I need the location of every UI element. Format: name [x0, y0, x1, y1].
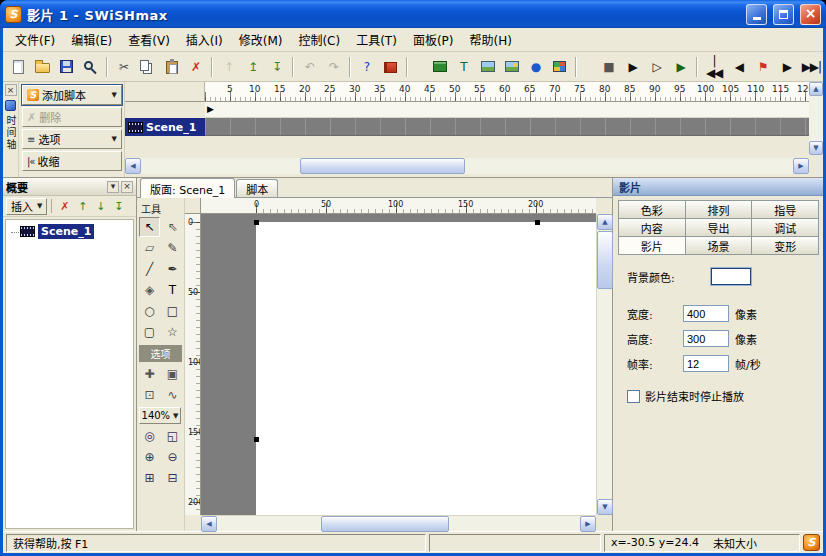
panel-tab-0[interactable]: 色彩 — [618, 200, 686, 219]
movie-framerate-input[interactable] — [683, 355, 729, 372]
movie-panel-header[interactable]: 影片 — [613, 178, 823, 196]
insert-image-button[interactable] — [476, 55, 499, 78]
zoom-100-button[interactable]: ◎ — [139, 426, 160, 446]
canvas-vertical-scrollbar[interactable]: ▲ ▼ — [596, 214, 612, 515]
menu-item-8[interactable]: 帮助(H) — [462, 28, 520, 51]
panel-tab-1[interactable]: 排列 — [685, 200, 753, 219]
move-to-bottom-button[interactable]: ↧ — [265, 55, 288, 78]
canvas-horizontal-scrollbar[interactable]: ◀ ▶ — [201, 515, 596, 531]
stage-viewport[interactable] — [201, 214, 596, 515]
play-movie-button[interactable]: ▶ — [669, 55, 692, 78]
show-grid-button[interactable]: ⊞ — [139, 468, 160, 488]
text-tool-button[interactable]: T — [162, 280, 183, 300]
insert-text-button[interactable]: T — [452, 55, 475, 78]
pan-option-button[interactable]: ✚ — [139, 364, 160, 384]
timeline-scene-track[interactable] — [205, 118, 809, 136]
menu-item-0[interactable]: 文件(F) — [7, 28, 63, 51]
reshape-tool-button[interactable]: ⇖ — [162, 217, 183, 237]
panel-tab-3[interactable]: 内容 — [618, 218, 686, 237]
select-tool-button[interactable]: ↖ — [139, 217, 160, 237]
outline-move-up-button[interactable]: ↑ — [74, 198, 91, 215]
ellipse-tool-button[interactable]: ○ — [139, 301, 160, 321]
tab-script[interactable]: 脚本 — [236, 179, 278, 197]
menu-item-1[interactable]: 编辑(E) — [63, 28, 120, 51]
go-first-frame-button[interactable]: |◀◀ — [702, 55, 726, 78]
scroll-down-button[interactable]: ▼ — [809, 141, 823, 155]
menu-item-4[interactable]: 修改(M) — [231, 28, 291, 51]
rounded-rect-tool-button[interactable]: ▢ — [139, 322, 160, 342]
scroll-right-button[interactable]: ▶ — [580, 516, 596, 532]
tree-item-scene[interactable]: Scene_1 — [8, 224, 131, 239]
panel-tab-2[interactable]: 指导 — [751, 200, 819, 219]
stage-handle[interactable] — [254, 220, 259, 225]
node-option-button[interactable]: ⊡ — [139, 385, 160, 405]
outline-delete-button[interactable]: ✗ — [56, 198, 73, 215]
movie-width-input[interactable] — [683, 305, 729, 322]
play-button[interactable]: ▶ — [621, 55, 644, 78]
move-up-button[interactable]: ↑ — [217, 55, 240, 78]
scroll-up-button[interactable]: ▲ — [597, 214, 613, 230]
pen-tool-button[interactable]: ✒ — [162, 259, 183, 279]
undo-button[interactable]: ↶ — [298, 55, 321, 78]
rectangle-tool-button[interactable]: □ — [162, 301, 183, 321]
outline-menu-button[interactable]: ▾ — [107, 181, 119, 193]
play-effect-button[interactable]: ▷ — [645, 55, 668, 78]
add-script-button[interactable]: S 添加脚本 ▼ — [22, 85, 122, 105]
new-file-button[interactable] — [7, 55, 30, 78]
outline-tree[interactable]: Scene_1 — [5, 219, 134, 529]
stage-handle[interactable] — [254, 437, 259, 442]
playhead-icon[interactable]: ▶ — [207, 104, 214, 114]
paste-button[interactable] — [160, 55, 183, 78]
stage-handle[interactable] — [535, 220, 540, 225]
tab-layout[interactable]: 版面: Scene_1 — [140, 178, 235, 198]
snap-grid-button[interactable]: ⊟ — [162, 468, 183, 488]
autoshape-tool-button[interactable]: ☆ — [162, 322, 183, 342]
timeline-playhead-row[interactable]: ▶ — [205, 102, 809, 118]
zoom-in-button[interactable]: ⊕ — [139, 447, 160, 467]
go-last-frame-button[interactable]: ▶▶| — [799, 55, 823, 78]
panel-tab-4[interactable]: 导出 — [685, 218, 753, 237]
script-options-button[interactable]: ≡ 选项 ▼ — [22, 129, 122, 149]
titlebar[interactable]: S 影片 1 - SWiSHmax × — [0, 0, 826, 28]
scroll-down-button[interactable]: ▼ — [597, 499, 613, 515]
scroll-up-button[interactable]: ▲ — [809, 82, 823, 96]
transform-option-button[interactable]: ▣ — [162, 364, 183, 384]
menu-item-6[interactable]: 工具(T) — [348, 28, 405, 51]
next-frame-button[interactable]: ▶ — [775, 55, 798, 78]
close-button[interactable]: × — [800, 4, 821, 25]
menu-item-2[interactable]: 查看(V) — [120, 28, 178, 51]
stage[interactable] — [256, 222, 596, 515]
line-tool-button[interactable]: ╱ — [139, 259, 160, 279]
curve-option-button[interactable]: ∿ — [162, 385, 183, 405]
save-file-button[interactable] — [55, 55, 78, 78]
insert-effect-button[interactable] — [548, 55, 571, 78]
zoom-out-button[interactable]: ⊖ — [162, 447, 183, 467]
menu-item-5[interactable]: 控制(C) — [290, 28, 348, 51]
scrollbar-thumb[interactable] — [300, 158, 465, 174]
open-folder-button[interactable] — [31, 55, 54, 78]
background-color-swatch[interactable] — [711, 268, 751, 285]
insert-sprite-button[interactable]: ● — [524, 55, 547, 78]
menu-item-3[interactable]: 插入(I) — [178, 28, 231, 51]
pencil-tool-button[interactable]: ✎ — [162, 238, 183, 258]
panel-tab-7[interactable]: 场景 — [685, 236, 753, 255]
context-help-button[interactable]: ? — [355, 55, 378, 78]
prev-frame-button[interactable]: ◀ — [727, 55, 750, 78]
outline-insert-button[interactable]: 插入 ▼ — [6, 198, 47, 215]
scrollbar-thumb[interactable] — [597, 231, 613, 289]
outline-move-down-button[interactable]: ↓ — [92, 198, 109, 215]
delete-button[interactable]: ✗ — [184, 55, 207, 78]
motion-path-tool-button[interactable]: ◈ — [139, 280, 160, 300]
copy-button[interactable] — [136, 55, 159, 78]
zoom-level-select[interactable]: 140% ▼ — [139, 407, 181, 424]
scrollbar-thumb[interactable] — [321, 516, 449, 532]
shrink-button[interactable]: |« 收缩 — [22, 151, 122, 171]
timeline-scene-header[interactable]: Scene_1 — [125, 118, 205, 136]
zoom-fit-button[interactable]: ◱ — [162, 426, 183, 446]
stop-at-end-checkbox[interactable] — [627, 390, 640, 403]
scroll-right-button[interactable]: ▶ — [793, 158, 809, 174]
panel-tab-8[interactable]: 变形 — [751, 236, 819, 255]
scroll-left-button[interactable]: ◀ — [125, 158, 141, 174]
move-to-top-button[interactable]: ↥ — [241, 55, 264, 78]
cut-button[interactable]: ✂ — [112, 55, 135, 78]
